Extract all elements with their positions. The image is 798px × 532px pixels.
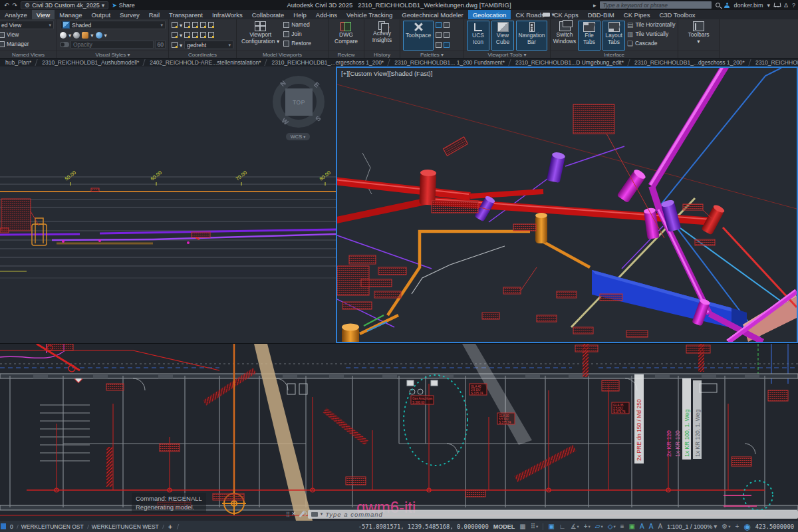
ucs-face-icon[interactable] [172,32,178,38]
ribbon-tab-overflow[interactable]: ▾ [539,10,559,19]
command-line[interactable]: ⣿ × ▾ Type a command [286,509,798,519]
ribbon-tab[interactable]: Output [87,10,116,19]
wcs-menu[interactable]: WCS▾ [286,133,310,140]
ucs-icon-toggle[interactable]: UCS Icon [467,21,489,51]
ribbon-tab[interactable]: Manage [55,10,86,19]
settings-gear-icon[interactable]: ⚙▾ [722,523,730,530]
ribbon-tab[interactable]: Geolocation [468,10,511,19]
workspace-selector[interactable]: ⚙ Civil 3D Custom 4k_2025 ▾ [21,1,108,9]
properties-palette-icon[interactable] [436,22,442,28]
ribbon-tab[interactable]: CK Pipes [619,10,655,19]
polar-tracking-icon[interactable]: ∡▾ [570,523,579,530]
model-space-toggle[interactable]: MODEL [493,523,515,530]
switch-windows-button[interactable]: Switch Windows [553,21,576,51]
settings-palette-icon[interactable] [444,22,450,28]
layer-palette-icon[interactable] [444,42,450,48]
viewport-3d-active[interactable]: [+][Custom View][Shaded (Fast)] [336,66,798,343]
view-cube[interactable]: TOP N E S W [271,74,329,132]
drawing-tab[interactable]: 2310_REICHHOLDB1_...dgeschoss 1_200* [629,59,750,66]
toolbars-button[interactable]: Toolbars ▾ [686,21,711,51]
ribbon-tab[interactable]: InfraWorks [207,10,247,19]
signed-in-user[interactable]: donker.bim [733,2,763,9]
ucs-world-icon[interactable] [172,22,178,28]
object-snap-icon[interactable]: ◇▾ [608,523,616,530]
viewport-controls-label[interactable]: [+][Custom View][Shaded (Fast)] [341,70,432,77]
dwg-compare-button[interactable]: DWG Compare [332,21,360,51]
autoscale-icon[interactable]: A [640,523,644,530]
restore-viewports-button[interactable]: Restore [283,39,311,47]
named-viewports-button[interactable]: Named [283,21,311,29]
ribbon-tab[interactable]: Help [289,10,311,19]
ribbon-tab[interactable]: Vehicle Tracking [342,10,397,19]
drawing-tab[interactable]: hub_Plan* [0,59,37,66]
ucs-named-icon[interactable] [172,42,178,48]
opacity-slider[interactable]: Opacity [70,41,154,49]
elevation-value[interactable]: 423.5000000 [755,523,794,530]
search-input[interactable] [600,1,712,9]
ortho-mode-icon[interactable]: ∟ [559,523,566,530]
command-close-icon[interactable]: × [292,511,296,517]
ribbon-tab[interactable]: Collaborate [247,10,289,19]
redo-icon[interactable]: ↷ [13,2,18,9]
ucs-y-icon[interactable] [200,32,206,38]
drawing-tab[interactable]: 2310_REICHHOLDB1...D Umgebung_edit* [510,59,629,66]
command-customize-wrench-icon[interactable] [299,511,305,517]
ribbon-tab[interactable]: C3D Toolbox [654,10,700,19]
ucs-origin-icon[interactable] [184,22,190,28]
ucs-view-icon[interactable] [184,32,190,38]
named-view-dropdown[interactable]: ed View▾ [0,21,54,29]
panel-label[interactable]: Coordinates [169,51,236,58]
annotation-scale-value[interactable]: 1:100_1 / 1000%▾ [667,523,717,530]
layout-tab[interactable]: WERKLEITUNGEN WEST [88,523,163,530]
ribbon-tab[interactable]: DBD-BIM [583,10,619,19]
annotation-monitor-icon[interactable]: A [658,523,662,530]
ucs-3point-icon[interactable] [200,22,206,28]
visual-style-edge-icon[interactable] [82,32,88,39]
annotation-visibility-icon[interactable]: ▣ [629,523,635,530]
chevron-down-icon[interactable]: ▾ [68,32,71,39]
viewcube-top-face[interactable]: TOP [285,88,313,116]
view-manager-button[interactable]: Manager [0,40,54,48]
isometric-drafting-icon[interactable]: ▱▾ [595,523,603,530]
recent-commands-icon[interactable] [311,512,318,517]
drawing-tab[interactable]: 2402_REICHHOLD-ARE...stelleninstalation* [144,59,266,66]
annotation-scale-icon[interactable]: A [649,523,654,530]
search-expand-icon[interactable]: ▸ [593,2,597,9]
visual-style-shadow-icon[interactable] [96,32,102,39]
drawing-tab[interactable]: 2310_REICHHOLDB1_...ergeschoss 1_200* [266,59,389,66]
tile-vertically-button[interactable]: ▥Tile Vertically [627,30,676,38]
sheetset-palette-icon[interactable] [436,42,442,48]
ucs-named-dropdown[interactable]: gedreht▾ [184,41,233,49]
ribbon-tab[interactable]: Analyze [0,10,32,19]
panel-label[interactable]: Palettes ▾ [400,51,464,58]
cursor-coordinates[interactable]: -571.8981571, 1239.5485168, 0.0000000 [358,523,489,530]
compass-south[interactable]: S [314,114,323,122]
file-tabs-toggle[interactable]: File Tabs [578,21,600,51]
xray-toggle-icon[interactable] [60,42,69,47]
tile-horizontally-button[interactable]: ▤Tile Horizontally [627,21,676,29]
command-drag-handle[interactable]: ⣿ [286,511,289,517]
new-view-button[interactable]: View [0,31,54,39]
chevron-down-icon[interactable]: ▾ [180,22,182,29]
panel-label[interactable]: Viewport Tools ▾ [464,51,550,58]
panel-label[interactable]: Named Views [0,51,57,58]
chevron-down-icon[interactable]: ▾ [180,32,182,39]
ucs-z-icon[interactable] [208,32,214,38]
ucs-x-icon[interactable] [192,32,198,38]
ribbon-tab[interactable]: Survey [115,10,144,19]
survey-palette-icon[interactable] [436,32,442,38]
ribbon-tab[interactable]: Geotechnical Modeler [397,10,467,19]
viewport-plan[interactable]: Gas Anschluss S.380.60 GLA 40 2.5 DU S.3… [0,343,798,521]
viewport-profile[interactable]: 50.00 60.00 70.00 80.00 [0,66,336,343]
object-snap-tracking-icon[interactable]: +▾ [584,523,591,530]
snap-mode-icon[interactable]: ⠿▾ [531,523,539,530]
panel-label[interactable]: Interface [551,51,678,58]
ribbon-tab[interactable]: Transparent [164,10,207,19]
drawing-tab[interactable]: 2310_REICHHOLDB1_Aushubmodell* [37,59,144,66]
chevron-down-icon[interactable]: ▾ [180,42,182,49]
model-tab-scrap[interactable] [1,523,6,529]
panel-label[interactable]: Model Viewports [237,51,328,58]
ucs-zaxis-icon[interactable] [192,22,198,28]
drawing-tab[interactable]: 2310_REICHHOLDB1... 1_200 Fundament* [389,59,510,66]
search-icon[interactable] [716,3,720,7]
